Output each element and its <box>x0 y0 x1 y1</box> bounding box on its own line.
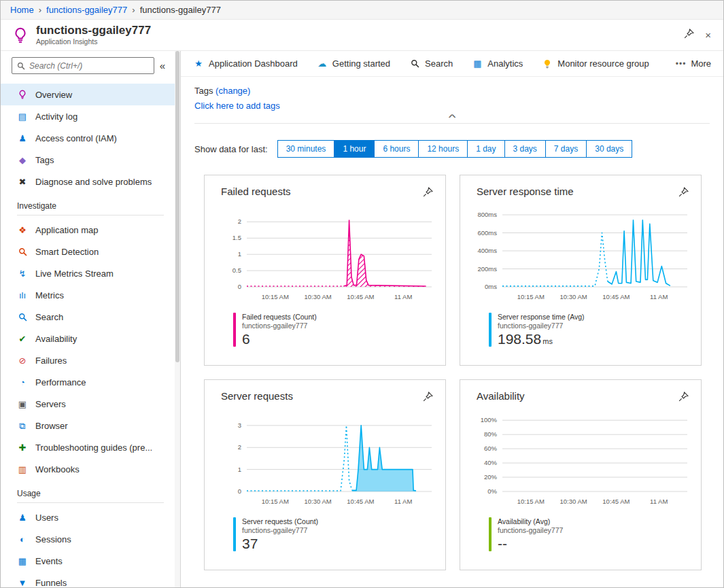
sidebar-item-label: Sessions <box>35 534 71 544</box>
svg-text:11 AM: 11 AM <box>650 293 668 300</box>
chart-legend[interactable]: Availability (Avg) functions-ggailey777 … <box>489 517 690 551</box>
legend-resource-name: functions-ggailey777 <box>498 526 563 534</box>
sidebar-item-tags[interactable]: ◆Tags <box>1 149 180 171</box>
close-icon[interactable]: × <box>705 29 711 41</box>
time-range-12-hours[interactable]: 12 hours <box>418 140 468 158</box>
sidebar-item-funnels[interactable]: ▼Funnels <box>1 572 180 588</box>
sidebar-item-availability[interactable]: ✔Availability <box>1 328 180 349</box>
sidebar-item-live-metrics-stream[interactable]: ↯Live Metrics Stream <box>1 262 180 284</box>
browser-icon: ⧉ <box>17 421 28 430</box>
pin-icon[interactable] <box>423 187 433 200</box>
sidebar-scrollbar[interactable] <box>175 51 180 588</box>
svg-text:11 AM: 11 AM <box>394 293 412 300</box>
chart-title: Failed requests <box>216 186 434 197</box>
sidebar-item-label: Users <box>35 513 58 523</box>
pin-icon[interactable] <box>678 187 689 200</box>
command-monitor-resource-group[interactable]: Monitor resource group <box>542 58 649 69</box>
sidebar-search-box[interactable] <box>12 57 154 74</box>
svg-text:1: 1 <box>238 466 241 473</box>
sidebar-collapse-button[interactable]: « <box>160 60 165 71</box>
time-range-7-days[interactable]: 7 days <box>545 140 587 158</box>
sidebar-item-access-control-iam[interactable]: ♟Access control (IAM) <box>1 127 180 149</box>
time-range-1-hour[interactable]: 1 hour <box>334 140 375 158</box>
add-tags-link[interactable]: Click here to add tags <box>194 101 280 111</box>
time-range-30-days[interactable]: 30 days <box>586 140 632 158</box>
breadcrumb-resource[interactable]: functions-ggailey777 <box>46 5 127 15</box>
sidebar-item-troubleshooting-guides-pre[interactable]: ✚Troubleshooting guides (pre... <box>1 436 180 458</box>
sidebar-item-browser[interactable]: ⧉Browser <box>1 415 180 436</box>
sidebar-item-sessions[interactable]: ◐Sessions <box>1 528 180 550</box>
command-bar: ★Application Dashboard☁Getting startedSe… <box>181 51 723 77</box>
sidebar-item-smart-detection[interactable]: Smart Detection <box>1 241 180 262</box>
sidebar-menu: Overview▤Activity log♟Access control (IA… <box>1 84 180 588</box>
sidebar-item-diagnose-and-solve-problems[interactable]: ✖Diagnose and solve problems <box>1 171 180 192</box>
time-range-6-hours[interactable]: 6 hours <box>374 140 419 158</box>
svg-text:3: 3 <box>238 421 241 429</box>
sidebar-item-activity-log[interactable]: ▤Activity log <box>1 105 180 127</box>
sidebar-item-label: Search <box>35 312 63 322</box>
svg-text:10:45 AM: 10:45 AM <box>602 293 630 300</box>
svg-text:1.5: 1.5 <box>232 234 241 241</box>
command-application-dashboard[interactable]: ★Application Dashboard <box>193 58 298 69</box>
sidebar-item-servers[interactable]: ▣Servers <box>1 393 180 415</box>
command-label: Analytics <box>487 58 523 69</box>
workbooks-icon: ▥ <box>17 465 28 474</box>
command-label: Application Dashboard <box>209 58 298 69</box>
metrics-icon: ılı <box>17 291 28 300</box>
sidebar-item-application-map[interactable]: ❖Application map <box>1 219 180 241</box>
legend-metric-name: Failed requests (Count) <box>242 313 317 321</box>
sidebar-item-label: Events <box>35 556 63 566</box>
chart-legend[interactable]: Failed requests (Count) functions-ggaile… <box>233 313 434 347</box>
command-label: Getting started <box>332 58 390 69</box>
chart-title: Server response time <box>471 186 690 197</box>
sessions-icon: ◐ <box>17 535 28 544</box>
sidebar-item-overview[interactable]: Overview <box>1 84 180 105</box>
command-analytics[interactable]: ▦Analytics <box>472 58 523 69</box>
svg-text:80%: 80% <box>484 430 498 438</box>
sidebar-item-failures[interactable]: ⊘Failures <box>1 349 180 371</box>
time-range-1-day[interactable]: 1 day <box>467 140 504 158</box>
sidebar-item-search[interactable]: Search <box>1 306 180 328</box>
server-requests-chart: 012310:15 AM10:30 AM10:45 AM11 AM <box>216 410 436 512</box>
svg-text:10:30 AM: 10:30 AM <box>560 293 587 300</box>
more-button[interactable]: ••• More <box>676 58 711 69</box>
sidebar-section-usage: Usage <box>17 489 164 503</box>
svg-text:11 AM: 11 AM <box>650 498 668 505</box>
main-content: ★Application Dashboard☁Getting startedSe… <box>181 51 723 588</box>
sidebar-item-workbooks[interactable]: ▥Workbooks <box>1 458 180 480</box>
pin-icon[interactable] <box>678 392 689 404</box>
getting-started-icon: ☁ <box>317 59 328 68</box>
sidebar-item-performance[interactable]: ◔Performance <box>1 371 180 393</box>
chart-card-failed-requests: Failed requests 00.511.5210:15 AM10:30 A… <box>204 175 446 366</box>
sidebar-item-metrics[interactable]: ılıMetrics <box>1 284 180 306</box>
sidebar-scrollbar-thumb[interactable] <box>175 51 179 362</box>
pin-icon[interactable] <box>423 392 433 404</box>
time-range-30-minutes[interactable]: 30 minutes <box>277 140 335 158</box>
sidebar-item-users[interactable]: ♟Users <box>1 506 180 528</box>
sidebar-item-events[interactable]: ▦Events <box>1 550 180 572</box>
command-getting-started[interactable]: ☁Getting started <box>317 58 390 69</box>
application-dashboard-star-icon: ★ <box>193 59 204 68</box>
sidebar-item-label: Failures <box>35 356 67 366</box>
app-window: Home › functions-ggailey777 › functions-… <box>0 0 724 588</box>
chart-legend[interactable]: Server requests (Count) functions-ggaile… <box>233 517 434 551</box>
access-control-iam-icon: ♟ <box>17 134 28 143</box>
svg-text:2: 2 <box>238 443 241 451</box>
tags-change-link[interactable]: (change) <box>216 86 250 96</box>
pin-icon[interactable] <box>684 29 694 41</box>
activity-log-icon: ▤ <box>17 112 28 121</box>
legend-metric-name: Server requests (Count) <box>242 517 318 525</box>
chart-card-server-response-time: Server response time 0ms200ms400ms600ms8… <box>460 175 702 366</box>
command-search[interactable]: Search <box>409 58 453 69</box>
sidebar-search-input[interactable] <box>29 61 149 71</box>
performance-icon: ◔ <box>17 378 28 387</box>
svg-text:0: 0 <box>238 487 241 495</box>
svg-text:10:15 AM: 10:15 AM <box>517 293 545 300</box>
collapse-essentials-chevron[interactable]: ^ <box>433 114 472 122</box>
chart-legend[interactable]: Server response time (Avg) functions-gga… <box>489 313 690 347</box>
page-subtitle: Application Insights <box>36 37 151 46</box>
time-range-3-days[interactable]: 3 days <box>504 140 546 158</box>
breadcrumb-home[interactable]: Home <box>10 5 34 15</box>
availability-icon: ✔ <box>17 334 28 343</box>
legend-metric-name: Availability (Avg) <box>498 517 563 525</box>
